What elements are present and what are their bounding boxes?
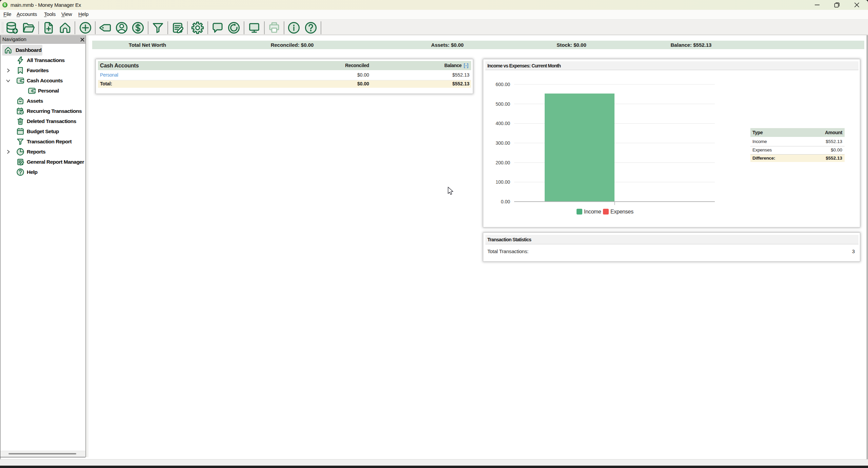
svg-text:0.00: 0.00 [501, 199, 510, 204]
svg-text:100.00: 100.00 [496, 179, 510, 185]
svg-text:400.00: 400.00 [496, 121, 510, 126]
svg-text:300.00: 300.00 [496, 140, 510, 146]
svg-text:500.00: 500.00 [496, 101, 510, 107]
svg-text:600.00: 600.00 [496, 82, 510, 87]
svg-text:Income: Income [584, 209, 601, 215]
svg-text:200.00: 200.00 [496, 160, 510, 165]
svg-text:$: $ [4, 3, 6, 7]
svg-text:Expenses: Expenses [610, 209, 633, 215]
